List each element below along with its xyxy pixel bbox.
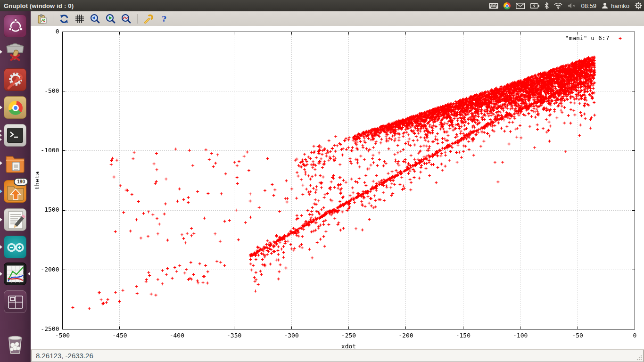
- chrome-logo-icon: [4, 96, 26, 119]
- gnuplot-toolbar: ?: [31, 11, 644, 26]
- chrome-icon[interactable]: [504, 2, 511, 9]
- launcher-item-gnuplot[interactable]: [4, 263, 26, 285]
- toolbar-separator: [53, 14, 53, 24]
- ubuntu-logo-icon: [4, 15, 26, 37]
- volume-muted-icon[interactable]: [568, 3, 576, 8]
- toolbar-separator: [137, 14, 138, 24]
- toggle-grid-button[interactable]: [74, 13, 85, 25]
- username[interactable]: hamko: [611, 2, 629, 9]
- zoom-next-button[interactable]: [105, 13, 116, 25]
- mail-icon[interactable]: [516, 3, 525, 9]
- launcher-item-workspace-switcher[interactable]: [4, 290, 26, 313]
- plot-canvas[interactable]: [31, 26, 644, 349]
- gnuplot-statusbar: 8.26123, -2633.26: [31, 349, 644, 362]
- launcher-item-text-editor[interactable]: [4, 208, 26, 231]
- launcher-item-arduino[interactable]: [4, 236, 26, 258]
- zoom-previous-button[interactable]: [90, 13, 101, 25]
- copy-to-clipboard-button[interactable]: [36, 13, 48, 25]
- unity-launcher: 190: [0, 11, 31, 362]
- focused-arrow-icon: [28, 272, 30, 276]
- session-gear-icon[interactable]: [635, 2, 642, 9]
- system-tray: 08:59 hamko: [489, 0, 642, 11]
- multi-window-pips-icon: [0, 130, 2, 141]
- user-icon[interactable]: [602, 2, 608, 9]
- wifi-icon[interactable]: [554, 3, 562, 9]
- trash-icon: [4, 333, 26, 355]
- upload-count-badge: 190: [14, 178, 28, 186]
- running-arrow-icon: [0, 161, 2, 165]
- launcher-item-file-manager[interactable]: [4, 152, 26, 174]
- gnuplot-plot-icon: [4, 263, 26, 285]
- text-editor-icon: [4, 208, 26, 231]
- help-button[interactable]: ?: [158, 13, 170, 25]
- launcher-item-upload-folder[interactable]: 190: [4, 180, 26, 203]
- running-arrow-icon: [0, 245, 2, 249]
- coordinate-readout: 8.26123, -2633.26: [36, 352, 93, 360]
- archive-app-icon: [4, 41, 26, 63]
- launcher-item-terminal[interactable]: [4, 124, 26, 147]
- workspace-grid-icon: [4, 290, 26, 313]
- resize-grip[interactable]: [636, 354, 642, 361]
- arduino-logo-icon: [4, 236, 26, 258]
- launcher-item-archive-app[interactable]: [4, 41, 26, 63]
- running-arrow-icon: [0, 50, 2, 54]
- top-panel: Gnuplot (window id : 0) 08:59 hamko: [0, 0, 644, 11]
- replot-button[interactable]: [58, 13, 70, 25]
- folder-icon: [4, 152, 26, 174]
- keyboard-icon[interactable]: [489, 3, 498, 9]
- running-arrow-icon: [0, 106, 2, 109]
- launcher-item-system-settings[interactable]: [4, 68, 26, 91]
- settings-gear-icon: [4, 68, 26, 91]
- running-arrow-icon: [0, 189, 2, 193]
- launcher-item-chrome[interactable]: [4, 96, 26, 119]
- autoscale-button[interactable]: [121, 13, 132, 25]
- running-arrow-icon: [0, 218, 2, 222]
- clock[interactable]: 08:59: [581, 2, 596, 9]
- battery-icon[interactable]: [530, 3, 539, 8]
- bluetooth-icon[interactable]: [545, 2, 549, 9]
- help-question-glyph: ?: [162, 14, 166, 24]
- launcher-item-trash[interactable]: [4, 333, 26, 355]
- launcher-item-dash-home[interactable]: [4, 15, 26, 37]
- terminal-icon: [4, 124, 26, 147]
- plot-area: [31, 26, 644, 349]
- settings-wrench-button[interactable]: [143, 13, 154, 25]
- window-title: Gnuplot (window id : 0): [0, 2, 74, 9]
- running-arrow-icon: [0, 272, 2, 276]
- coordinate-readout-box: 8.26123, -2633.26: [32, 350, 644, 362]
